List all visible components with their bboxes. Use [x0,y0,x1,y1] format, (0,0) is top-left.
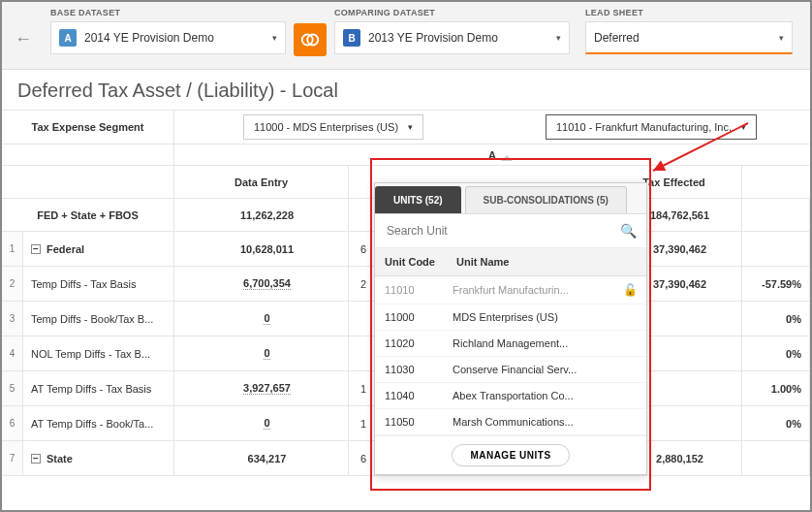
unit-row[interactable]: 11020Richland Management... [375,331,646,357]
cell-percent: 0% [742,406,810,440]
chevron-down-icon: ▾ [779,33,784,43]
unit-code: 11000 [375,311,453,323]
unit-name: MDS Enterprises (US) [453,311,623,323]
row-name: AT Temp Diffs - Tax Basis [23,371,174,405]
unit-picker-popover: UNITS (52) SUB-CONSOLIDATIONS (5) 🔍 Unit… [374,182,647,475]
cell-data-entry: 6,700,354 [174,267,349,301]
tab-sub-consolidations[interactable]: SUB-CONSOLIDATIONS (5) [465,186,627,213]
unit-code: 11050 [375,416,453,428]
chevron-down-icon: ▾ [272,33,277,43]
arrow-left-icon: ← [15,29,32,49]
cell-data-entry: 3,927,657 [174,371,349,405]
row-name: Temp Diffs - Tax Basis [23,267,174,301]
unit-code: 11020 [375,337,453,349]
chevron-down-icon: ▾ [741,122,746,132]
collapse-icon[interactable]: − [31,244,41,254]
unlock-icon: 🔓 [623,283,646,297]
compare-dataset-label: COMPARING DATASET [334,8,570,17]
popover-tabs: UNITS (52) SUB-CONSOLIDATIONS (5) [375,183,646,214]
badge-b-icon: B [343,29,360,47]
cell-data-entry: 0 [174,302,349,336]
back-button[interactable]: ← [12,27,35,50]
ab-row: A [2,144,810,166]
row-number: 2 [2,267,23,301]
cell-percent [742,441,810,475]
base-dataset-label: BASE DATASET [50,8,286,17]
cell-data-entry: 0 [174,336,349,370]
row-number: 4 [2,336,23,370]
cell-percent: 0% [742,336,810,370]
unit-name: Frankfurt Manufacturin... [453,284,623,296]
unit-name: Marsh Communications... [453,416,623,428]
cell-data-entry: 10,628,011 [174,232,349,266]
row-number: 1 [2,232,23,266]
segment-label: Tax Expense Segment [2,111,174,144]
top-bar: ← BASE DATASET A 2014 YE Provision Demo … [2,2,810,70]
manage-units-button[interactable]: MANAGE UNITS [452,444,569,466]
unit-row[interactable]: 11050Marsh Communications... [375,409,646,435]
summary-data-entry: 11,262,228 [174,199,349,231]
chevron-down-icon: ▾ [556,33,561,43]
cell-data-entry: 634,217 [174,441,349,475]
unit-row[interactable]: 11030Conserve Financial Serv... [375,357,646,383]
unit-row[interactable]: 11010Frankfurt Manufacturin...🔓 [375,276,646,304]
compare-dataset-value: 2013 YE Provision Demo [368,31,498,45]
compare-icon [294,23,327,56]
unit-name-header: Unit Name [453,248,646,275]
popover-footer: MANAGE UNITS [375,435,646,474]
compare-dataset-column: COMPARING DATASET B 2013 YE Provision De… [327,8,578,54]
unit-code: 11010 [375,284,453,296]
unit-name: Conserve Financial Serv... [453,364,623,375]
tab-units[interactable]: UNITS (52) [375,186,461,213]
entity-header-strip: Tax Expense Segment 11000 - MDS Enterpri… [2,110,810,144]
lead-sheet-label: LEAD SHEET [585,8,793,17]
column-group-a-label: A [174,144,810,165]
search-icon[interactable]: 🔍 [620,223,637,239]
row-number: 6 [2,406,23,440]
popover-caret-icon [501,155,513,161]
cell-percent: 0% [742,302,810,336]
unit-code-header: Unit Code [375,248,453,275]
lead-sheet-column: LEAD SHEET Deferred ▾ [578,8,800,54]
lead-sheet-select[interactable]: Deferred ▾ [585,21,793,54]
row-number: 5 [2,371,23,405]
row-name: −State [23,441,174,475]
badge-a-icon: A [59,29,77,47]
page-title: Deferred Tax Asset / (Liability) - Local [2,70,810,110]
unit-search-input[interactable] [385,220,614,241]
unit-code: 11040 [375,390,453,401]
row-number: 3 [2,302,23,336]
unit-list-header: Unit Code Unit Name [375,248,646,276]
cell-percent: -57.59% [742,267,810,301]
lead-sheet-value: Deferred [594,31,640,45]
col-data-entry-header: Data Entry [174,166,349,198]
unit-code: 11030 [375,364,453,375]
base-dataset-select[interactable]: A 2014 YE Provision Demo ▾ [50,21,286,54]
cell-data-entry: 0 [174,406,349,440]
entity-b-select[interactable]: 11010 - Frankfurt Manufacturing, Inc. ▾ [546,114,757,140]
entity-b-value: 11010 - Frankfurt Manufacturing, Inc. [556,121,732,133]
row-name: Temp Diffs - Book/Tax B... [23,302,174,336]
cell-percent [742,232,810,266]
entity-a-select[interactable]: 11000 - MDS Enterprises (US) ▾ [243,114,423,140]
row-name: NOL Temp Diffs - Tax B... [23,336,174,370]
row-number: 7 [2,441,23,475]
compare-dataset-select[interactable]: B 2013 YE Provision Demo ▾ [334,21,570,54]
base-dataset-column: BASE DATASET A 2014 YE Provision Demo ▾ [43,8,294,54]
summary-name: FED + State + FBOS [2,199,174,231]
base-dataset-value: 2014 YE Provision Demo [84,31,214,45]
row-name: AT Temp Diffs - Book/Ta... [23,406,174,440]
chevron-down-icon: ▾ [408,122,413,132]
unit-row[interactable]: 11000MDS Enterprises (US) [375,304,646,331]
unit-name: Abex Transportation Co... [453,390,623,401]
row-name: −Federal [23,232,174,266]
cell-percent: 1.00% [742,371,810,405]
unit-search-row: 🔍 [375,214,646,248]
unit-list[interactable]: 11010Frankfurt Manufacturin...🔓11000MDS … [375,276,646,435]
entity-a-value: 11000 - MDS Enterprises (US) [254,121,398,133]
collapse-icon[interactable]: − [31,454,41,464]
unit-row[interactable]: 11040Abex Transportation Co... [375,383,646,409]
unit-name: Richland Management... [453,337,623,349]
